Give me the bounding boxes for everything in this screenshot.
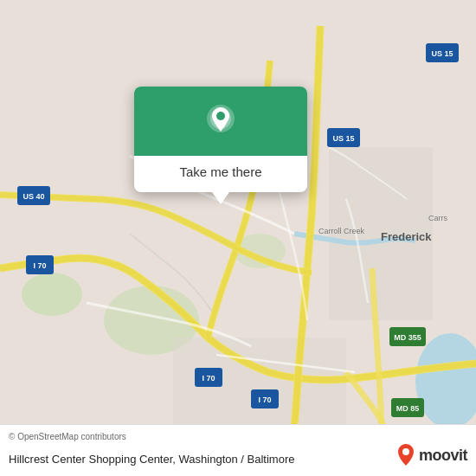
popup-icon-area <box>134 87 307 156</box>
location-pin-icon <box>202 102 240 140</box>
svg-text:US 15: US 15 <box>431 49 453 58</box>
moovit-pin-icon <box>396 443 415 467</box>
map-container: Frederick Carroll Creek US 15 US 15 US 4… <box>0 0 476 476</box>
bottom-bar: © OpenStreetMap contributors Hillcrest C… <box>0 424 476 476</box>
popup-card[interactable]: Take me there <box>134 87 307 192</box>
svg-text:US 15: US 15 <box>332 134 354 143</box>
svg-text:I 70: I 70 <box>258 396 271 404</box>
svg-point-29 <box>402 448 409 455</box>
svg-point-28 <box>216 112 225 120</box>
place-name-text: Hillcrest Center Shopping Center, Washin… <box>9 453 294 466</box>
bottom-content: Hillcrest Center Shopping Center, Washin… <box>9 443 467 467</box>
svg-text:Carroll Creek: Carroll Creek <box>318 227 365 235</box>
moovit-logo: moovit <box>396 443 467 467</box>
svg-text:I 70: I 70 <box>202 374 215 383</box>
attribution: © OpenStreetMap contributors <box>9 432 467 441</box>
svg-point-2 <box>22 273 82 316</box>
popup-label-area[interactable]: Take me there <box>134 156 307 192</box>
svg-text:I 70: I 70 <box>33 261 46 270</box>
svg-text:MD 355: MD 355 <box>394 333 421 342</box>
attribution-text: © OpenStreetMap contributors <box>9 432 126 441</box>
svg-text:Frederick: Frederick <box>381 230 432 243</box>
svg-text:MD 85: MD 85 <box>396 404 420 413</box>
map-svg: Frederick Carroll Creek US 15 US 15 US 4… <box>0 0 476 476</box>
take-me-there-button[interactable]: Take me there <box>179 164 261 179</box>
place-name: Hillcrest Center Shopping Center, Washin… <box>9 453 294 467</box>
moovit-text: moovit <box>419 447 467 465</box>
svg-text:Carrs: Carrs <box>428 214 447 222</box>
svg-text:US 40: US 40 <box>23 192 44 201</box>
